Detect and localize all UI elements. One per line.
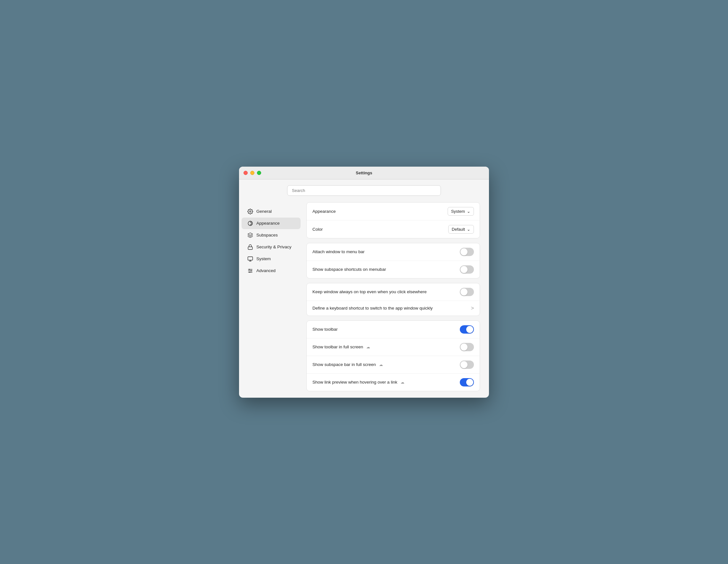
- sidebar-label-subspaces: Subspaces: [256, 233, 278, 237]
- chevron-down-icon: ⌄: [467, 209, 470, 214]
- svg-marker-2: [248, 233, 253, 235]
- sidebar-item-advanced[interactable]: Advanced: [242, 265, 301, 277]
- sidebar-item-subspaces[interactable]: Subspaces: [242, 229, 301, 241]
- attach-window-row: Attach window to menu bar: [307, 243, 480, 261]
- settings-window: Settings General: [239, 167, 489, 398]
- chevron-down-icon: ⌄: [467, 227, 470, 232]
- link-preview-row: Show link preview when hovering over a l…: [307, 374, 480, 391]
- svg-point-11: [251, 270, 252, 271]
- appearance-row: Appearance System ⌄: [307, 203, 480, 220]
- cloud-icon-2: ☁: [378, 362, 384, 367]
- show-shortcuts-toggle[interactable]: [460, 265, 474, 274]
- close-button[interactable]: [244, 171, 248, 175]
- monitor-icon: [247, 256, 253, 262]
- color-dropdown[interactable]: Default ⌄: [448, 225, 474, 234]
- search-area: [239, 179, 489, 199]
- keep-on-top-row: Keep window always on top even when you …: [307, 283, 480, 301]
- appearance-color-card: Appearance System ⌄ Color Default ⌄: [306, 202, 480, 238]
- appearance-label: Appearance: [312, 209, 336, 214]
- sidebar-label-advanced: Advanced: [256, 268, 276, 273]
- svg-point-0: [250, 211, 251, 212]
- sidebar-item-general[interactable]: General: [242, 206, 301, 217]
- chevron-right-icon: >: [471, 305, 474, 311]
- toolbar-card: Show toolbar Show toolbar in full screen…: [306, 320, 480, 391]
- layers-icon: [247, 232, 253, 238]
- color-dropdown-value: Default: [452, 227, 465, 232]
- link-preview-label: Show link preview when hovering over a l…: [312, 380, 405, 385]
- appearance-dropdown-value: System: [451, 209, 465, 214]
- keep-on-top-label: Keep window always on top even when you …: [312, 289, 426, 294]
- window-content: General Appearance Subspaces: [239, 179, 489, 398]
- keyboard-shortcut-row[interactable]: Define a keyboard shortcut to switch to …: [307, 301, 480, 316]
- minimize-button[interactable]: [250, 171, 254, 175]
- menubar-card: Attach window to menu bar Show subspace …: [306, 243, 480, 278]
- show-toolbar-toggle[interactable]: [460, 325, 474, 334]
- sidebar-item-security[interactable]: Security & Privacy: [242, 241, 301, 253]
- svg-rect-4: [248, 257, 253, 260]
- titlebar: Settings: [239, 167, 489, 179]
- main-content: Appearance System ⌄ Color Default ⌄: [303, 202, 489, 391]
- color-row: Color Default ⌄: [307, 220, 480, 238]
- attach-window-label: Attach window to menu bar: [312, 249, 365, 254]
- window-title: Settings: [356, 170, 372, 175]
- lock-icon: [247, 244, 253, 250]
- search-wrapper: [287, 185, 441, 196]
- toolbar-fullscreen-row: Show toolbar in full screen ☁: [307, 338, 480, 356]
- appearance-icon: [247, 220, 253, 226]
- show-shortcuts-label: Show subspace shortcuts on menubar: [312, 267, 386, 272]
- color-label: Color: [312, 227, 323, 232]
- main-layout: General Appearance Subspaces: [239, 199, 489, 398]
- toolbar-fullscreen-toggle[interactable]: [460, 343, 474, 351]
- cloud-icon-1: ☁: [365, 345, 371, 349]
- sidebar-item-appearance[interactable]: Appearance: [242, 218, 301, 229]
- show-shortcuts-row: Show subspace shortcuts on menubar: [307, 261, 480, 278]
- svg-point-10: [249, 269, 250, 270]
- link-preview-toggle[interactable]: [460, 378, 474, 386]
- sidebar-label-system: System: [256, 256, 271, 261]
- subspace-bar-fullscreen-toggle[interactable]: [460, 361, 474, 369]
- sidebar-label-general: General: [256, 209, 272, 214]
- keep-on-top-toggle[interactable]: [460, 288, 474, 296]
- appearance-dropdown[interactable]: System ⌄: [448, 207, 474, 216]
- sliders-icon: [247, 268, 253, 274]
- cloud-icon-3: ☁: [400, 380, 405, 385]
- traffic-lights: [244, 171, 261, 175]
- maximize-button[interactable]: [257, 171, 261, 175]
- keyboard-shortcut-label: Define a keyboard shortcut to switch to …: [312, 306, 433, 311]
- window-behavior-card: Keep window always on top even when you …: [306, 283, 480, 316]
- sidebar-item-system[interactable]: System: [242, 253, 301, 265]
- show-toolbar-label: Show toolbar: [312, 327, 338, 332]
- search-input[interactable]: [287, 185, 441, 196]
- toolbar-fullscreen-label: Show toolbar in full screen ☁: [312, 344, 371, 349]
- sidebar: General Appearance Subspaces: [239, 202, 303, 391]
- sidebar-label-security: Security & Privacy: [256, 245, 292, 249]
- show-toolbar-row: Show toolbar: [307, 321, 480, 338]
- svg-point-12: [249, 272, 250, 273]
- sidebar-label-appearance: Appearance: [256, 221, 280, 226]
- attach-window-toggle[interactable]: [460, 248, 474, 256]
- subspace-bar-fullscreen-row: Show subspace bar in full screen ☁: [307, 356, 480, 374]
- subspace-bar-fullscreen-label: Show subspace bar in full screen ☁: [312, 362, 384, 367]
- gear-icon: [247, 209, 253, 214]
- svg-rect-3: [248, 247, 252, 249]
